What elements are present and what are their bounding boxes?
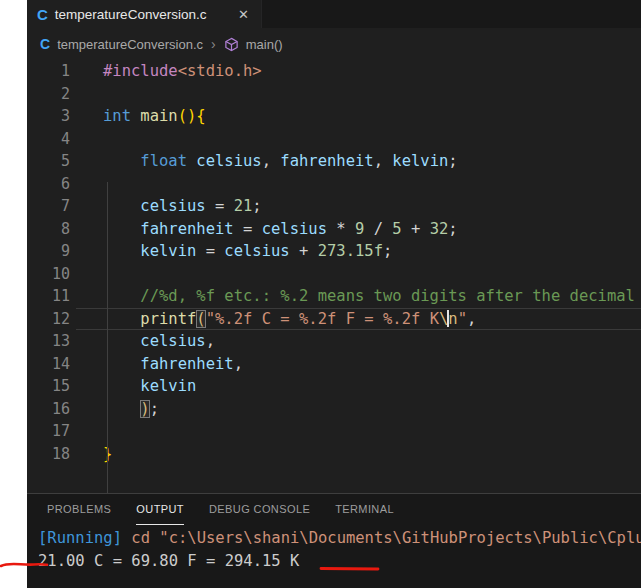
code-line-8[interactable]: 8 fahrenheit = celsius * 9 / 5 + 32; — [27, 218, 641, 241]
line-text: printf("%.2f C = %.2f F = %.2f K\n", — [76, 308, 641, 331]
code-line-4[interactable]: 4 — [27, 128, 641, 151]
code-line-1[interactable]: 1#include<stdio.h> — [27, 60, 641, 83]
code-line-11[interactable]: 11 //%d, %f etc.: %.2 means two digits a… — [27, 285, 641, 308]
code-line-13[interactable]: 13 celsius, — [27, 330, 641, 353]
code-line-17[interactable]: 17 — [27, 420, 641, 443]
line-text: kelvin — [76, 375, 641, 398]
code-line-6[interactable]: 6 — [27, 173, 641, 196]
code-line-18[interactable]: 18} — [27, 443, 641, 466]
code-line-9[interactable]: 9 kelvin = celsius + 273.15f; — [27, 240, 641, 263]
code-lines: 1#include<stdio.h>23int main(){45 float … — [27, 60, 641, 465]
code-editor[interactable]: 1#include<stdio.h>23int main(){45 float … — [27, 57, 641, 465]
line-text: float celsius, fahrenheit, kelvin; — [76, 150, 641, 173]
line-text — [76, 420, 641, 443]
line-text: fahrenheit = celsius * 9 / 5 + 32; — [76, 218, 641, 241]
bottom-panel: PROBLEMSOUTPUTDEBUG CONSOLETERMINAL [Run… — [27, 493, 641, 588]
breadcrumb-symbol[interactable]: main() — [246, 37, 283, 52]
line-text: } — [76, 443, 641, 466]
line-text — [76, 263, 641, 286]
line-number[interactable]: 15 — [27, 375, 76, 398]
line-number[interactable]: 12 — [27, 308, 76, 331]
panel-tabs: PROBLEMSOUTPUTDEBUG CONSOLETERMINAL — [27, 494, 641, 525]
line-text — [76, 128, 641, 151]
code-line-14[interactable]: 14 fahrenheit, — [27, 353, 641, 376]
line-text — [76, 173, 641, 196]
line-number[interactable]: 2 — [27, 83, 76, 106]
c-file-icon: C — [37, 7, 48, 22]
output-line-2: 21.00 C = 69.80 F = 294.15 K — [38, 550, 641, 573]
tab-temperature-conversion[interactable]: C temperatureConversion.c ✕ — [27, 0, 262, 28]
line-number[interactable]: 4 — [27, 128, 76, 151]
code-line-7[interactable]: 7 celsius = 21; — [27, 195, 641, 218]
line-text — [76, 83, 641, 106]
code-line-16[interactable]: 16 ); — [27, 398, 641, 421]
code-line-5[interactable]: 5 float celsius, fahrenheit, kelvin; — [27, 150, 641, 173]
line-text: ); — [76, 398, 641, 421]
output-content: [Running] cd "c:\Users\shani\Documents\G… — [27, 525, 641, 572]
close-icon[interactable]: ✕ — [236, 6, 251, 23]
line-text: celsius, — [76, 330, 641, 353]
line-text: fahrenheit, — [76, 353, 641, 376]
panel-tab-problems[interactable]: PROBLEMS — [47, 503, 111, 525]
line-text: kelvin = celsius + 273.15f; — [76, 240, 641, 263]
line-text: //%d, %f etc.: %.2 means two digits afte… — [76, 285, 641, 308]
breadcrumb-file[interactable]: temperatureConversion.c — [57, 37, 203, 52]
code-line-12[interactable]: 12 printf("%.2f C = %.2f F = %.2f K\n", — [27, 308, 641, 331]
line-number[interactable]: 18 — [27, 443, 76, 466]
panel-tab-output[interactable]: OUTPUT — [136, 503, 184, 525]
line-number[interactable]: 5 — [27, 150, 76, 173]
indent-guide — [107, 182, 108, 497]
line-number[interactable]: 7 — [27, 195, 76, 218]
line-text: #include<stdio.h> — [76, 60, 641, 83]
line-number[interactable]: 9 — [27, 240, 76, 263]
line-number[interactable]: 13 — [27, 330, 76, 353]
line-number[interactable]: 1 — [27, 60, 76, 83]
code-line-15[interactable]: 15 kelvin — [27, 375, 641, 398]
line-number[interactable]: 16 — [27, 398, 76, 421]
breadcrumb: C temperatureConversion.c › main() — [27, 31, 641, 57]
line-number[interactable]: 8 — [27, 218, 76, 241]
line-text: celsius = 21; — [76, 195, 641, 218]
editor-tab-bar: C temperatureConversion.c ✕ — [27, 0, 641, 28]
panel-tab-terminal[interactable]: TERMINAL — [335, 503, 394, 525]
line-text: int main(){ — [76, 105, 641, 128]
chevron-right-icon: › — [211, 36, 216, 52]
code-line-2[interactable]: 2 — [27, 83, 641, 106]
line-number[interactable]: 14 — [27, 353, 76, 376]
line-number[interactable]: 11 — [27, 285, 76, 308]
output-line-1: [Running] cd "c:\Users\shani\Documents\G… — [38, 527, 641, 550]
panel-tab-debug-console[interactable]: DEBUG CONSOLE — [209, 503, 310, 525]
line-number[interactable]: 17 — [27, 420, 76, 443]
c-file-icon: C — [40, 37, 50, 51]
tab-title: temperatureConversion.c — [55, 7, 229, 22]
vscode-window: C temperatureConversion.c ✕ C temperatur… — [27, 0, 641, 588]
line-number[interactable]: 3 — [27, 105, 76, 128]
line-number[interactable]: 10 — [27, 263, 76, 286]
code-line-10[interactable]: 10 — [27, 263, 641, 286]
symbol-method-icon — [224, 37, 239, 52]
code-line-3[interactable]: 3int main(){ — [27, 105, 641, 128]
line-number[interactable]: 6 — [27, 173, 76, 196]
